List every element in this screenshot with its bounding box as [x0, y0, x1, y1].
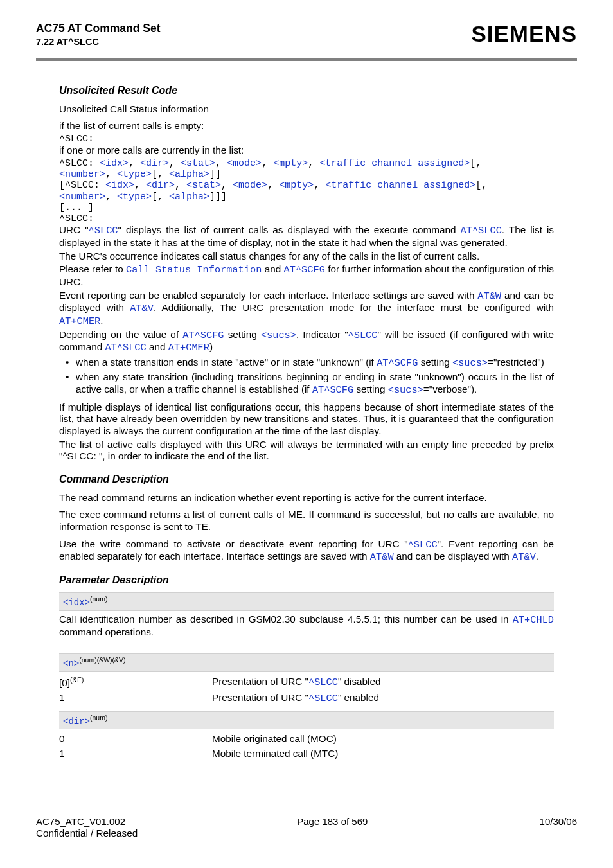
at-scfg-link3[interactable]: AT^SCFG: [377, 357, 418, 369]
slcc-ind-link[interactable]: ^SLCC: [348, 330, 378, 341]
at-chld-link[interactable]: AT+CHLD: [513, 614, 554, 626]
atv-link2[interactable]: AT&V: [512, 551, 536, 563]
footer-left: AC75_ATC_V01.002: [36, 816, 125, 828]
footer-right: 10/30/06: [540, 816, 577, 828]
at-scfg-link2[interactable]: AT^SCFG: [182, 330, 224, 341]
slcc-urc-link[interactable]: ^SLCC: [89, 225, 118, 236]
urc-closing-1: If multiple displays of identical list c…: [59, 402, 554, 438]
atw-link2[interactable]: AT&W: [370, 551, 394, 563]
param-idx-link[interactable]: <idx>: [100, 158, 129, 169]
atw-link[interactable]: AT&W: [477, 290, 501, 302]
urc-desc-4: Event reporting can be enabled separatel…: [59, 290, 554, 328]
param-idx-header: <idx>(num): [59, 592, 554, 611]
cmd-heading: Command Description: [59, 473, 554, 486]
at-slcc-link[interactable]: AT^SLCC: [461, 225, 502, 236]
header-subtitle: 7.22 AT^SLCC: [36, 37, 161, 48]
param-stat-link[interactable]: <stat>: [181, 158, 215, 169]
param-traffic-link[interactable]: <traffic channel assigned>: [319, 158, 470, 169]
param-traffic-link2[interactable]: <traffic channel assigned>: [325, 180, 475, 191]
param-dir-table: 0 Mobile originated call (MOC) 1 Mobile …: [59, 732, 554, 761]
slcc-link-n0[interactable]: ^SLCC: [308, 677, 338, 688]
param-mpty-link2[interactable]: <mpty>: [279, 180, 314, 191]
dir-val-1: Mobile terminated call (MTC): [212, 747, 554, 761]
urc-heading: Unsolicited Result Code: [59, 84, 554, 97]
urc-closing-2: The list of active calls displayed with …: [59, 439, 554, 463]
urc-bullet-list: when a state transition ends in state "a…: [59, 357, 554, 396]
siemens-logo: SIEMENS: [471, 21, 577, 48]
param-type-link2[interactable]: <type>: [117, 191, 152, 202]
urc-if-empty-label: if the list of current calls is empty:: [59, 120, 554, 132]
urc-intro: Unsolicited Call Status information: [59, 103, 554, 116]
atv-link[interactable]: AT&V: [130, 303, 154, 314]
urc-code-block: ^SLCC: <idx>, <dir>, <stat>, <mode>, <mp…: [59, 158, 554, 225]
table-row: [0](&F) Presentation of URC "^SLCC" disa…: [59, 675, 554, 691]
slcc-link-n1[interactable]: ^SLCC: [308, 693, 338, 704]
param-n-header: <n>(num)(&W)(&V): [59, 653, 554, 672]
param-type-link[interactable]: <type>: [117, 169, 152, 180]
call-status-info-link[interactable]: Call Status Information: [126, 264, 262, 276]
urc-desc-1: URC "^SLCC" displays the list of current…: [59, 224, 554, 249]
param-number-link2[interactable]: <number>: [59, 191, 105, 202]
param-dir-link[interactable]: <dir>: [140, 158, 169, 169]
param-alpha-link[interactable]: <alpha>: [169, 169, 209, 180]
param-number-link[interactable]: <number>: [59, 169, 105, 180]
param-mode-link2[interactable]: <mode>: [233, 180, 267, 191]
cmd-p1: The read command returns an indication w…: [59, 492, 554, 504]
slcc-link-cmd[interactable]: ^SLCC: [408, 539, 438, 551]
param-dir-link2[interactable]: <dir>: [146, 180, 175, 191]
param-idx-desc: Call identification number as described …: [59, 614, 554, 638]
n-key-1: 1: [59, 691, 212, 706]
urc-if-calls-label: if one or more calls are currently in th…: [59, 145, 554, 157]
header-title: AC75 AT Command Set: [36, 22, 161, 35]
param-stat-link2[interactable]: <stat>: [186, 180, 221, 191]
urc-bullet-1: when a state transition ends in state "a…: [76, 357, 554, 369]
cmd-p2: The exec command returns a list of curre…: [59, 509, 554, 533]
at-cmer-link2[interactable]: AT+CMER: [168, 342, 209, 353]
footer-left2: Confidential / Released: [36, 828, 577, 840]
param-mpty-link[interactable]: <mpty>: [273, 158, 308, 169]
sucs-link[interactable]: <sucs>: [261, 330, 296, 341]
at-cmer-link[interactable]: AT+CMER: [59, 315, 100, 327]
table-row: 0 Mobile originated call (MOC): [59, 732, 554, 747]
table-row: 1 Mobile terminated call (MTC): [59, 747, 554, 761]
n-key-0: [0]: [59, 677, 70, 688]
dir-val-0: Mobile originated call (MOC): [212, 732, 554, 747]
cmd-p3: Use the write command to activate or dea…: [59, 538, 554, 563]
param-n-table: [0](&F) Presentation of URC "^SLCC" disa…: [59, 675, 554, 705]
urc-bullet-2: when any state transition (including tra…: [76, 371, 554, 396]
urc-desc-5: Depending on the value of AT^SCFG settin…: [59, 329, 554, 354]
n-key-0-sup: (&F): [70, 676, 84, 684]
dir-key-1: 1: [59, 747, 212, 761]
at-slcc-link2[interactable]: AT^SLCC: [105, 342, 146, 353]
urc-empty-code: ^SLCC:: [59, 134, 554, 145]
urc-desc-3: Please refer to Call Status Information …: [59, 263, 554, 288]
dir-key-0: 0: [59, 732, 212, 747]
param-dir-header: <dir>(num): [59, 711, 554, 730]
param-idx-link2[interactable]: <idx>: [105, 180, 134, 191]
footer-center: Page 183 of 569: [297, 816, 368, 828]
param-mode-link[interactable]: <mode>: [227, 158, 262, 169]
param-heading: Parameter Description: [59, 574, 554, 587]
param-alpha-link2[interactable]: <alpha>: [169, 191, 209, 202]
urc-desc-2: The URC's occurrence indicates call stat…: [59, 251, 554, 263]
at-scfg-link4[interactable]: AT^SCFG: [312, 384, 353, 396]
table-row: 1 Presentation of URC "^SLCC" enabled: [59, 691, 554, 706]
page-header: AC75 AT Command Set 7.22 AT^SLCC SIEMENS: [36, 22, 577, 53]
page-footer: AC75_ATC_V01.002 Page 183 of 569 10/30/0…: [36, 813, 577, 840]
footer-rule: [36, 813, 577, 813]
sucs-link3[interactable]: <sucs>: [388, 384, 423, 396]
sucs-link2[interactable]: <sucs>: [452, 357, 488, 369]
at-scfg-link[interactable]: AT^SCFG: [284, 264, 325, 276]
